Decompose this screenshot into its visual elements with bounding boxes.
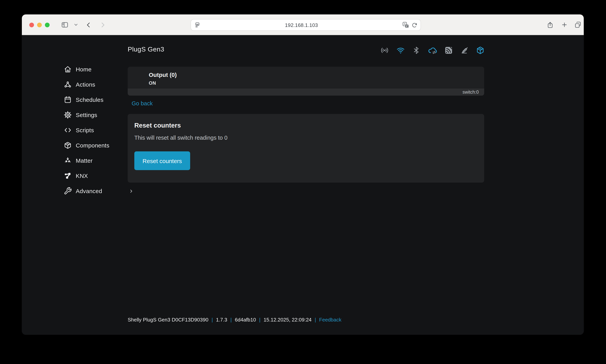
- code-icon: [64, 126, 72, 134]
- matter-icon: [64, 156, 72, 165]
- footer-separator: |: [315, 317, 316, 323]
- sidebar-item-settings[interactable]: Settings: [64, 107, 134, 122]
- sidebar-item-label: Schedules: [76, 96, 104, 103]
- sidebar-item-label: KNX: [76, 172, 88, 179]
- reset-counters-card: Reset counters This will reset all switc…: [128, 114, 484, 182]
- footer-separator: |: [230, 317, 232, 323]
- device-footer: Shelly PlugS Gen3 D0CF13D90390 | 1.7.3 |…: [128, 317, 341, 323]
- tab-overview-button[interactable]: [573, 14, 583, 35]
- close-window-button[interactable]: [29, 23, 34, 27]
- footer-device-name: Shelly PlugS Gen3 D0CF13D90390: [128, 317, 208, 323]
- desktop: 192.168.1.103 A: [0, 0, 606, 364]
- sidebar-item-label: Home: [76, 66, 92, 73]
- sidebar-toggle-icon: [61, 21, 69, 28]
- feedback-link[interactable]: Feedback: [319, 317, 341, 323]
- actions-icon: [64, 80, 72, 89]
- back-button[interactable]: [83, 14, 94, 35]
- sidebar-item-matter[interactable]: Matter: [64, 153, 134, 168]
- output-state: ON: [149, 80, 484, 86]
- reset-counters-button[interactable]: Reset counters: [134, 151, 190, 170]
- browser-toolbar: 192.168.1.103 A: [22, 14, 584, 35]
- go-back-link[interactable]: Go back: [132, 100, 153, 106]
- url-text[interactable]: 192.168.1.103: [201, 22, 402, 28]
- footer-timestamp: 15.12.2025, 22:09:24: [264, 317, 311, 323]
- component-tag: switch:0: [128, 89, 484, 96]
- sidebar-item-label: Advanced: [76, 188, 102, 194]
- gear-icon: [64, 111, 72, 119]
- calendar-icon: [64, 96, 72, 104]
- main-content: Output (0) ON switch:0 Go back Reset cou…: [128, 36, 484, 335]
- sidebar-toggle-button[interactable]: [60, 14, 70, 35]
- output-card-title: Output (0): [149, 71, 484, 78]
- footer-separator: |: [259, 317, 260, 323]
- sidebar-item-knx[interactable]: KNX: [64, 168, 134, 183]
- share-icon: [547, 21, 554, 28]
- footer-separator: |: [211, 317, 213, 323]
- tabs-overview-icon: [574, 21, 581, 28]
- reload-icon[interactable]: [412, 22, 417, 28]
- back-arrow-icon: [85, 21, 92, 28]
- new-tab-button[interactable]: [559, 14, 569, 35]
- footer-build: 6d4afb10: [235, 317, 256, 323]
- reset-card-description: This will reset all switch readings to 0: [134, 135, 478, 141]
- sidebar-item-advanced[interactable]: Advanced: [64, 183, 134, 199]
- traffic-lights: [29, 23, 50, 27]
- sidebar-item-label: Components: [76, 142, 109, 149]
- tab-group-chevron-button[interactable]: [72, 14, 79, 35]
- home-icon: [64, 65, 72, 73]
- sidebar-item-scripts[interactable]: Scripts: [64, 122, 134, 138]
- sidebar-item-schedules[interactable]: Schedules: [64, 92, 134, 107]
- components-cube-icon: [64, 141, 72, 149]
- page-settings-icon[interactable]: [194, 22, 201, 28]
- knx-icon: [64, 172, 72, 180]
- sidebar-item-label: Actions: [76, 81, 95, 88]
- sidebar-item-label: Settings: [76, 112, 97, 118]
- address-bar[interactable]: 192.168.1.103 A: [190, 19, 421, 31]
- page-content: PlugS Gen3: [22, 36, 584, 335]
- reset-card-title: Reset counters: [134, 122, 478, 129]
- forward-button[interactable]: [98, 14, 108, 35]
- minimize-window-button[interactable]: [37, 23, 42, 27]
- share-button[interactable]: [545, 14, 555, 35]
- chevron-down-icon: [74, 23, 78, 27]
- sidebar-item-label: Scripts: [76, 127, 94, 133]
- forward-arrow-icon: [99, 21, 106, 28]
- output-component-card: Output (0) ON switch:0: [128, 67, 484, 96]
- plus-icon: [561, 21, 567, 28]
- zoom-window-button[interactable]: [45, 23, 50, 27]
- browser-window: 192.168.1.103 A: [22, 14, 584, 335]
- footer-version: 1.7.3: [216, 317, 227, 323]
- sidebar-item-home[interactable]: Home: [64, 62, 134, 77]
- sidebar-item-components[interactable]: Components: [64, 138, 134, 153]
- sidebar-item-label: Matter: [76, 157, 93, 164]
- sidebar-nav: Home Actions Schedules: [64, 62, 134, 199]
- wrench-icon: [64, 187, 72, 195]
- translate-icon[interactable]: A: [402, 21, 409, 28]
- sidebar-item-actions[interactable]: Actions: [64, 77, 134, 92]
